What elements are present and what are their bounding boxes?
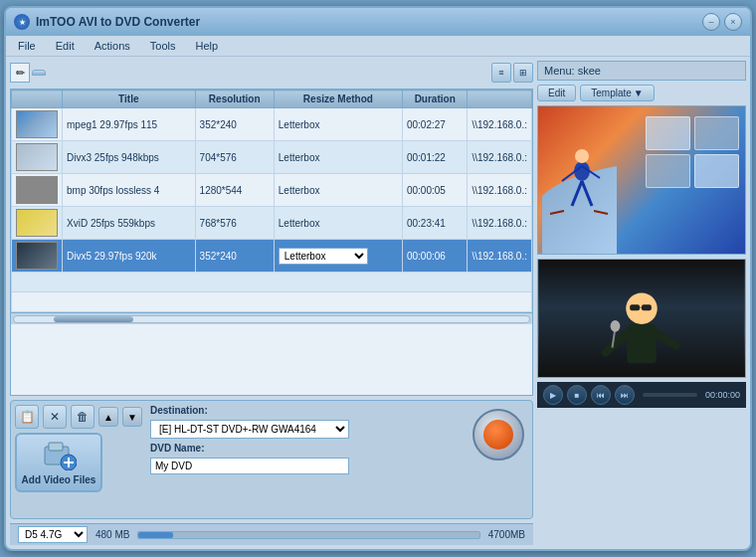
cell-path: \\192.168.0.: bbox=[468, 207, 532, 240]
thumbnail bbox=[16, 242, 58, 270]
next-button[interactable]: ⏭ bbox=[615, 385, 635, 405]
menu-thumb-4 bbox=[694, 154, 739, 188]
title-bar-left: ★ ImTOO AVI to DVD Converter bbox=[14, 14, 200, 30]
delete-button[interactable]: ✕ bbox=[43, 405, 67, 429]
cell-title: Divx3 25fps 948kbps bbox=[63, 141, 196, 174]
cell-resolution: 704*576 bbox=[195, 141, 274, 174]
destination-section: Destination: [E] HL-DT-ST DVD+-RW GWA416… bbox=[150, 405, 461, 474]
used-space: 480 MB bbox=[95, 529, 129, 540]
menu-help[interactable]: Help bbox=[191, 38, 222, 54]
table-row[interactable]: Divx3 25fps 948kbps 704*576 Letterbox 00… bbox=[12, 141, 532, 174]
template-button[interactable]: Template ▼ bbox=[580, 85, 654, 101]
menu-actions[interactable]: Actions bbox=[91, 38, 134, 54]
col-path bbox=[468, 91, 532, 108]
properties-button[interactable]: 📋 bbox=[15, 405, 39, 429]
menu-edit[interactable]: Edit bbox=[52, 38, 79, 54]
tab-main[interactable] bbox=[32, 70, 46, 76]
svg-rect-1 bbox=[49, 443, 63, 451]
table-row[interactable]: mpeg1 29.97fps 115 352*240 Letterbox 00:… bbox=[12, 108, 532, 141]
table-row[interactable]: bmp 30fps lossless 4 1280*544 Letterbox … bbox=[12, 174, 532, 207]
video-preview bbox=[537, 259, 746, 378]
horizontal-scrollbar[interactable] bbox=[11, 312, 532, 324]
cell-duration: 00:00:06 bbox=[402, 240, 467, 273]
file-table: Title Resolution Resize Method Duration … bbox=[11, 90, 532, 312]
destination-select[interactable]: [E] HL-DT-ST DVD+-RW GWA4164 bbox=[150, 420, 349, 439]
dvdname-label: DVD Name: bbox=[150, 443, 461, 454]
cell-duration: 00:01:22 bbox=[402, 141, 467, 174]
menu-thumb-1 bbox=[646, 116, 690, 150]
add-video-files-button[interactable]: Add Video Files bbox=[15, 433, 102, 492]
thumbnail bbox=[16, 209, 58, 237]
video-svg bbox=[538, 260, 745, 377]
scrollbar-thumb[interactable] bbox=[54, 316, 133, 322]
menu-preview bbox=[537, 105, 746, 255]
cell-title: bmp 30fps lossless 4 bbox=[63, 174, 196, 207]
cell-duration: 00:02:27 bbox=[402, 108, 467, 141]
destination-label: Destination: bbox=[150, 405, 461, 416]
col-title: Title bbox=[63, 91, 196, 108]
skier-area bbox=[542, 116, 617, 254]
burn-button[interactable] bbox=[472, 409, 524, 461]
menu-label: Menu: skee bbox=[544, 65, 601, 77]
time-display: 00:00:00 bbox=[705, 390, 740, 400]
dvdname-input[interactable] bbox=[150, 458, 349, 474]
menu-tools[interactable]: Tools bbox=[146, 38, 180, 54]
menu-bar: File Edit Actions Tools Help bbox=[6, 36, 750, 57]
toolbar-section: 📋 ✕ 🗑 ▲ ▼ Add V bbox=[15, 405, 142, 492]
cell-resize: Letterbox bbox=[274, 207, 402, 240]
cell-resolution: 352*240 bbox=[195, 240, 274, 273]
menu-file[interactable]: File bbox=[14, 38, 40, 54]
progress-bar[interactable] bbox=[643, 393, 697, 397]
cell-duration: 00:23:41 bbox=[402, 207, 467, 240]
move-up-button[interactable]: ▲ bbox=[98, 407, 118, 427]
svg-point-21 bbox=[611, 320, 621, 332]
skier-svg bbox=[542, 116, 617, 254]
play-button[interactable]: ▶ bbox=[543, 385, 563, 405]
cell-path: \\192.168.0.: bbox=[468, 108, 532, 141]
bottom-panel: 📋 ✕ 🗑 ▲ ▼ Add V bbox=[10, 400, 533, 519]
left-panel: ✏ ≡ ⊞ Title Resolution Resize Method bbox=[10, 61, 533, 545]
trash-button[interactable]: 🗑 bbox=[71, 405, 94, 429]
add-files-icon bbox=[41, 441, 77, 470]
resize-method-select[interactable]: Letterbox Pan&Scan Full Screen bbox=[279, 248, 368, 265]
view-grid-button[interactable]: ⊞ bbox=[513, 63, 533, 83]
dropdown-arrow-icon: ▼ bbox=[634, 88, 644, 98]
video-controls: ▶ ■ ⏮ ⏭ 00:00:00 bbox=[537, 382, 746, 408]
edit-template-row: Edit Template ▼ bbox=[537, 85, 746, 101]
move-down-button[interactable]: ▼ bbox=[122, 407, 142, 427]
disc-type-select[interactable]: D5 4.7G D9 8.5G bbox=[18, 526, 88, 543]
menu-thumbnails bbox=[646, 116, 739, 188]
table-row[interactable]: XviD 25fps 559kbps 768*576 Letterbox 00:… bbox=[12, 207, 532, 240]
cell-resize: Letterbox bbox=[274, 174, 402, 207]
minimize-button[interactable]: – bbox=[702, 13, 720, 31]
toolbar-tabs-row: ✏ ≡ ⊞ bbox=[10, 61, 533, 85]
table-row-empty bbox=[12, 273, 532, 292]
total-space: 4700MB bbox=[488, 529, 525, 540]
prev-button[interactable]: ⏮ bbox=[591, 385, 611, 405]
edit-button[interactable]: Edit bbox=[537, 85, 576, 101]
file-table-container: Title Resolution Resize Method Duration … bbox=[10, 89, 533, 396]
col-edit bbox=[12, 91, 63, 108]
svg-rect-15 bbox=[630, 304, 640, 310]
table-row-empty bbox=[12, 292, 532, 312]
svg-rect-16 bbox=[642, 304, 652, 310]
title-bar: ★ ImTOO AVI to DVD Converter – × bbox=[6, 8, 750, 36]
cell-title: XviD 25fps 559kbps bbox=[63, 207, 196, 240]
cell-resolution: 1280*544 bbox=[195, 174, 274, 207]
cell-resolution: 352*240 bbox=[195, 108, 274, 141]
cell-title: Divx5 29.97fps 920k bbox=[63, 240, 196, 273]
pencil-button[interactable]: ✏ bbox=[10, 63, 30, 83]
stop-button[interactable]: ■ bbox=[567, 385, 587, 405]
close-button[interactable]: × bbox=[724, 13, 742, 31]
app-window: ★ ImTOO AVI to DVD Converter – × File Ed… bbox=[4, 6, 752, 551]
scrollbar-track bbox=[13, 315, 530, 323]
cell-resize: Letterbox bbox=[274, 141, 402, 174]
template-label: Template bbox=[591, 88, 632, 98]
main-content: ✏ ≡ ⊞ Title Resolution Resize Method bbox=[6, 57, 750, 549]
burn-icon bbox=[483, 420, 513, 450]
view-list-button[interactable]: ≡ bbox=[491, 63, 511, 83]
menu-label-bar: Menu: skee bbox=[537, 61, 746, 81]
cell-path: \\192.168.0.: bbox=[468, 240, 532, 273]
thumbnail bbox=[16, 143, 58, 171]
table-row-selected[interactable]: Divx5 29.97fps 920k 352*240 Letterbox Pa… bbox=[12, 240, 532, 273]
